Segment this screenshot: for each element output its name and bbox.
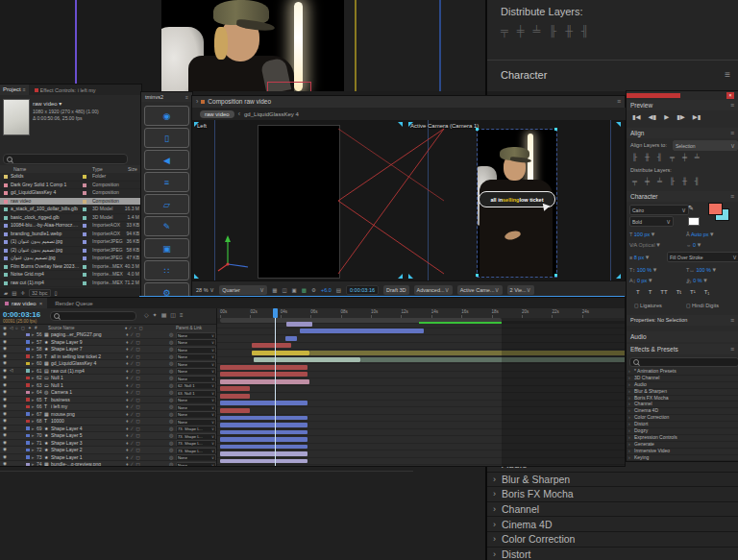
grid-options-icon[interactable]: ▦: [272, 287, 277, 293]
layer-expander-icon[interactable]: ▸: [32, 339, 35, 346]
layer-row[interactable]: ◉▸68T10000♦∕◻◎None∨: [0, 418, 216, 426]
layer-switches[interactable]: ♦∕◻: [126, 353, 143, 360]
label-chip[interactable]: [83, 200, 86, 204]
kerning-control[interactable]: V∕A Optical ▾: [629, 241, 660, 249]
parent-pickwhip-icon[interactable]: ◎: [169, 447, 173, 453]
layer-switches[interactable]: ♦∕◻: [126, 461, 143, 466]
chevron-icon[interactable]: ›: [196, 96, 198, 108]
layer-expander-icon[interactable]: ▸: [32, 382, 35, 389]
parent-link-select[interactable]: None∨: [176, 462, 216, 466]
faux-style-button[interactable]: T₁: [704, 289, 710, 295]
layer-duration-bar[interactable]: [286, 322, 312, 327]
exposure-gear-icon[interactable]: ⚙: [311, 287, 316, 293]
layer-row[interactable]: ◉▸65Tbusiness♦∕◻◎None∨: [0, 397, 216, 404]
layer-duration-bar[interactable]: [220, 445, 308, 450]
panel-menu-icon[interactable]: ≡: [617, 96, 621, 108]
parent-link-select[interactable]: None∨: [176, 411, 216, 418]
project-column-headers[interactable]: Name Type Size: [0, 165, 141, 173]
parent-link-select[interactable]: 62. Null 1∨: [176, 382, 216, 389]
layer-label-chip[interactable]: [26, 412, 30, 416]
effects-category-row[interactable]: ›Channel: [627, 402, 738, 408]
panel-menu-icon[interactable]: ≡: [730, 100, 734, 110]
parent-link-select[interactable]: None∨: [176, 332, 216, 339]
parent-link-select[interactable]: None∨: [176, 368, 216, 375]
label-chip[interactable]: [83, 207, 86, 211]
footage-icon[interactable]: ▤: [12, 290, 16, 296]
layer-duration-bar[interactable]: [220, 451, 308, 456]
layer-audio-icon[interactable]: ◁: [10, 368, 12, 375]
sliders-button[interactable]: ≡: [144, 172, 189, 192]
faux-style-button[interactable]: TT: [660, 289, 667, 295]
parent-pickwhip-icon[interactable]: ◎: [169, 389, 173, 396]
bg-effects-category-row[interactable]: ›Blur & Sharpen: [487, 473, 738, 488]
align-icon[interactable]: ╟: [632, 154, 637, 160]
effects-category-row[interactable]: ›Blur & Sharpen: [627, 389, 738, 396]
bg-effects-category-row[interactable]: ›Boris FX Mocha: [487, 487, 738, 502]
layer-label-chip[interactable]: [26, 398, 30, 402]
layer-duration-bar[interactable]: [254, 357, 360, 362]
layer-label-chip[interactable]: [26, 434, 30, 438]
layer-row[interactable]: ◉▸57★Shape Layer 9♦∕◻◎None∨: [0, 339, 216, 347]
parent-pickwhip-icon[interactable]: ◎: [169, 360, 173, 367]
label-chip[interactable]: [83, 183, 86, 187]
layer-label-chip[interactable]: [26, 449, 30, 452]
layer-duration-bar[interactable]: [220, 416, 308, 421]
layer-visibility-eye-icon[interactable]: ◉: [3, 426, 7, 432]
parent-link-select[interactable]: None∨: [176, 376, 216, 382]
distribute-icon[interactable]: ╪: [517, 25, 525, 37]
comp-viewer[interactable]: Left Active Camera (Camera 1): [192, 120, 625, 280]
tab-project[interactable]: Project≡: [0, 85, 29, 95]
layer-duration-bar[interactable]: [220, 401, 308, 405]
layer-expander-icon[interactable]: ▸: [32, 440, 35, 447]
parent-pickwhip-icon[interactable]: ◎: [169, 403, 173, 410]
distribute-icon[interactable]: ╫: [682, 178, 687, 184]
resolution-select[interactable]: Quarter∨: [219, 285, 267, 295]
effects-category-row[interactable]: ›Immersive Video: [627, 449, 738, 455]
draft-3d-button[interactable]: Draft 3D: [383, 285, 408, 295]
layer-row[interactable]: ◉▸73★Shape Layer 1♦∕◻◎None∨: [0, 454, 216, 462]
layer-duration-bar[interactable]: [220, 437, 308, 442]
breadcrumb-current[interactable]: raw video: [200, 110, 234, 118]
layer-label-chip[interactable]: [26, 391, 30, 395]
layer-switches[interactable]: ♦∕◻: [126, 331, 143, 338]
layer-label-chip[interactable]: [26, 426, 30, 430]
project-row[interactable]: تصميم بدون عنوان (2).jpgImporterJPEG58 K…: [0, 247, 141, 256]
distribute-icon[interactable]: ╤: [501, 25, 508, 37]
layer-row[interactable]: ◉◁▸61▤raw cut (1).mp4♦∕◻◎None∨: [0, 368, 216, 376]
layer-expander-icon[interactable]: ▸: [32, 426, 35, 432]
folder-icon[interactable]: ▰: [4, 290, 8, 296]
active-camera-video[interactable]: all in selling low ticket: [478, 130, 556, 277]
label-chip[interactable]: [83, 191, 86, 195]
layer-label-chip[interactable]: [26, 420, 30, 424]
layer-switches[interactable]: ♦∕◻: [126, 389, 143, 396]
layer-duration-bar[interactable]: [220, 379, 309, 384]
layer-expander-icon[interactable]: ▸: [32, 418, 35, 425]
distribute-icon[interactable]: ╧: [533, 25, 541, 37]
parent-pickwhip-icon[interactable]: ◎: [169, 418, 173, 425]
project-row[interactable]: gd_LiquidGlassKey 4Composition: [0, 189, 141, 198]
step-forward-button[interactable]: ▮▶: [676, 113, 685, 121]
layer-duration-bar[interactable]: [220, 408, 250, 413]
layer-visibility-eye-icon[interactable]: ◉: [3, 382, 7, 389]
layer-visibility-eye-icon[interactable]: ◉: [3, 411, 7, 418]
project-row[interactable]: SolidsFolder: [0, 173, 141, 182]
layer-switches[interactable]: ♦∕◻: [126, 397, 143, 403]
properties-panel-title[interactable]: Properties: No Selection: [630, 315, 687, 326]
composition-panel-title[interactable]: Composition raw video: [208, 96, 271, 108]
effects-search-input[interactable]: [629, 357, 738, 367]
layer-label-chip[interactable]: [26, 377, 30, 380]
paste-button[interactable]: ▣: [144, 238, 189, 258]
effects-category-row[interactable]: ›Audio: [627, 382, 738, 389]
layer-label-chip[interactable]: [26, 441, 30, 445]
layer-handle[interactable]: [476, 274, 479, 277]
character-panel-title[interactable]: Character: [630, 191, 658, 202]
layer-visibility-eye-icon[interactable]: ◉: [3, 418, 7, 425]
layer-visibility-eye-icon[interactable]: ◉: [3, 331, 7, 338]
align-icon[interactable]: ╪: [682, 154, 687, 160]
panel-menu-icon[interactable]: ≡: [23, 85, 26, 95]
layer-visibility-eye-icon[interactable]: ◉: [3, 403, 7, 410]
bg-effects-category-row[interactable]: ›Distort: [487, 548, 738, 560]
view-layout-select[interactable]: 2 Vie...∨: [507, 285, 534, 295]
zoom-select[interactable]: 28 % ∨: [196, 286, 214, 294]
project-row[interactable]: raw videoComposition: [0, 198, 141, 207]
